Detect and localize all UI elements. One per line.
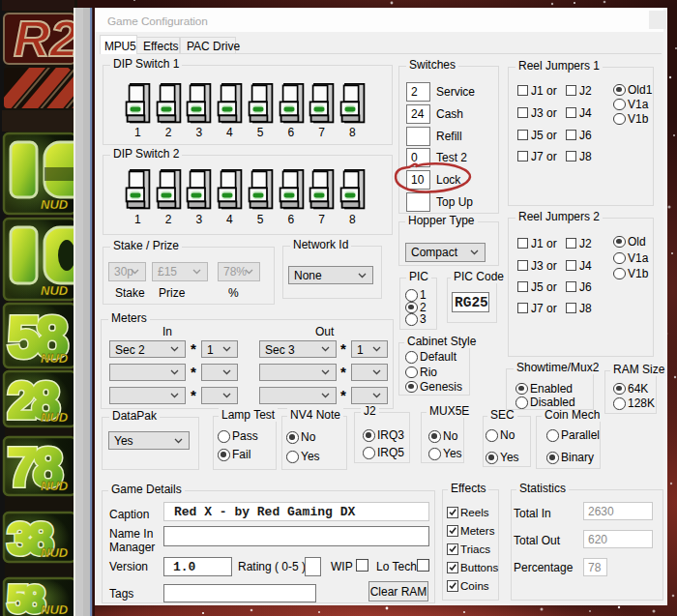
svg-text:58: 58	[8, 579, 44, 616]
svg-text:NUD: NUD	[41, 479, 69, 493]
svg-text:R2: R2	[14, 11, 78, 67]
svg-text:NUD: NUD	[41, 197, 69, 212]
svg-text:NUD: NUD	[41, 545, 69, 560]
svg-text:NUD: NUD	[41, 283, 69, 298]
svg-text:NUD: NUD	[41, 351, 69, 366]
svg-text:NUD: NUD	[41, 602, 69, 616]
svg-text:NUD: NUD	[41, 410, 69, 425]
